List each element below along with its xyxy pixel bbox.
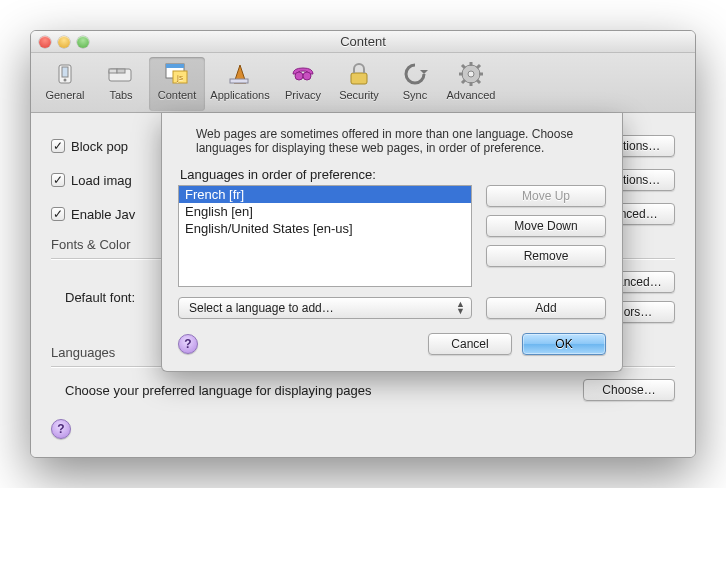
default-font-label: Default font: bbox=[65, 290, 135, 305]
toolbar-item-label: Applications bbox=[210, 89, 269, 101]
select-arrows-icon: ▲▼ bbox=[456, 301, 465, 315]
select-value: Select a language to add… bbox=[189, 301, 334, 315]
load-images-checkbox[interactable]: ✓ bbox=[51, 173, 65, 187]
toolbar-item-privacy[interactable]: Privacy bbox=[275, 57, 331, 111]
privacy-icon bbox=[288, 59, 318, 89]
toolbar-item-label: Privacy bbox=[285, 89, 321, 101]
toolbar-item-applications[interactable]: Applications bbox=[205, 57, 275, 111]
list-item[interactable]: French [fr] bbox=[179, 186, 471, 203]
block-popups-label: Block pop bbox=[71, 139, 128, 154]
add-language-button[interactable]: Add bbox=[486, 297, 606, 319]
toolbar-item-label: General bbox=[45, 89, 84, 101]
toolbar-item-label: Advanced bbox=[447, 89, 496, 101]
choose-language-button[interactable]: Choose… bbox=[583, 379, 675, 401]
window-title: Content bbox=[31, 34, 695, 49]
svg-rect-11 bbox=[230, 79, 248, 83]
svg-line-24 bbox=[477, 65, 480, 68]
toolbar-item-security[interactable]: Security bbox=[331, 57, 387, 111]
move-down-button[interactable]: Move Down bbox=[486, 215, 606, 237]
svg-rect-4 bbox=[109, 69, 117, 73]
svg-text:js: js bbox=[176, 73, 183, 82]
toolbar-item-label: Content bbox=[158, 89, 197, 101]
cancel-button[interactable]: Cancel bbox=[428, 333, 512, 355]
enable-js-checkbox[interactable]: ✓ bbox=[51, 207, 65, 221]
sheet-description: Web pages are sometimes offered in more … bbox=[196, 127, 600, 155]
svg-point-17 bbox=[468, 71, 474, 77]
prefs-toolbar: General Tabs js Content Applications Pri… bbox=[31, 53, 695, 113]
svg-point-2 bbox=[64, 79, 67, 82]
tabs-icon bbox=[106, 59, 136, 89]
advanced-icon bbox=[456, 59, 486, 89]
svg-marker-15 bbox=[420, 70, 428, 74]
sheet-help-button[interactable]: ? bbox=[178, 334, 198, 354]
apps-icon bbox=[225, 59, 255, 89]
list-item[interactable]: English/United States [en-us] bbox=[179, 220, 471, 237]
svg-rect-14 bbox=[351, 73, 367, 84]
block-popups-checkbox[interactable]: ✓ bbox=[51, 139, 65, 153]
content-icon: js bbox=[162, 59, 192, 89]
svg-point-12 bbox=[295, 72, 303, 80]
languages-prompt: Choose your preferred language for displ… bbox=[65, 383, 371, 398]
security-icon bbox=[344, 59, 374, 89]
svg-rect-5 bbox=[117, 69, 125, 73]
svg-line-22 bbox=[462, 65, 465, 68]
move-up-button[interactable]: Move Up bbox=[486, 185, 606, 207]
switch-icon bbox=[50, 59, 80, 89]
help-button[interactable]: ? bbox=[51, 419, 71, 439]
toolbar-item-tabs[interactable]: Tabs bbox=[93, 57, 149, 111]
toolbar-item-label: Tabs bbox=[109, 89, 132, 101]
languages-sheet: Web pages are sometimes offered in more … bbox=[161, 113, 623, 372]
language-listbox[interactable]: French [fr] English [en] English/United … bbox=[178, 185, 472, 287]
toolbar-item-content[interactable]: js Content bbox=[149, 57, 205, 111]
toolbar-item-label: Sync bbox=[403, 89, 427, 101]
titlebar: Content bbox=[31, 31, 695, 53]
svg-point-13 bbox=[303, 72, 311, 80]
toolbar-item-advanced[interactable]: Advanced bbox=[443, 57, 499, 111]
list-item[interactable]: English [en] bbox=[179, 203, 471, 220]
add-language-select[interactable]: Select a language to add… ▲▼ bbox=[178, 297, 472, 319]
load-images-label: Load imag bbox=[71, 173, 132, 188]
svg-rect-1 bbox=[62, 67, 68, 77]
ok-button[interactable]: OK bbox=[522, 333, 606, 355]
toolbar-item-sync[interactable]: Sync bbox=[387, 57, 443, 111]
toolbar-item-label: Security bbox=[339, 89, 379, 101]
svg-rect-7 bbox=[166, 64, 184, 68]
remove-button[interactable]: Remove bbox=[486, 245, 606, 267]
content-pane: ✓ Block pop xceptions… ✓ Load imag xcept… bbox=[31, 113, 695, 457]
preferences-window: Content General Tabs js Content Applicat… bbox=[30, 30, 696, 458]
language-list-label: Languages in order of preference: bbox=[180, 167, 606, 182]
sync-icon bbox=[400, 59, 430, 89]
svg-line-25 bbox=[462, 80, 465, 83]
toolbar-item-general[interactable]: General bbox=[37, 57, 93, 111]
enable-js-label: Enable Jav bbox=[71, 207, 135, 222]
svg-line-23 bbox=[477, 80, 480, 83]
